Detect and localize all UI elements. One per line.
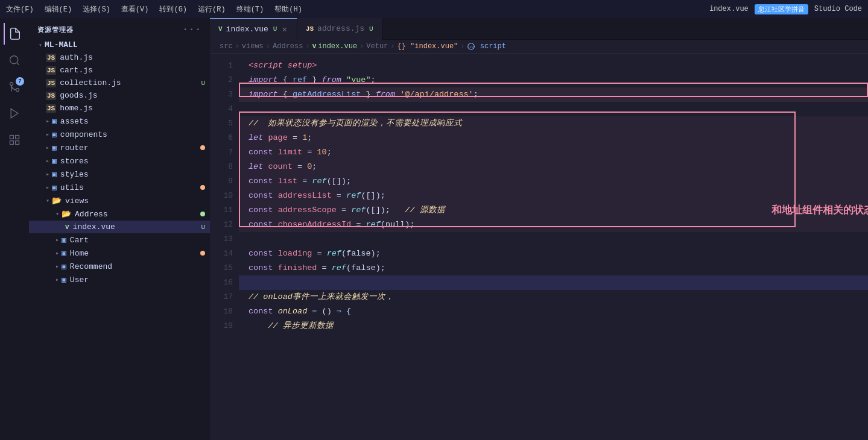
chevron-right-icon: ▸: [46, 144, 49, 151]
sidebar-item-cart[interactable]: JS cart.js: [29, 64, 210, 77]
folder-icon: ▣: [52, 169, 57, 179]
sidebar-item-home[interactable]: JS home.js: [29, 102, 210, 115]
sidebar-item-label: views: [65, 196, 89, 206]
sidebar-item-router[interactable]: ▸ ▣ router: [29, 141, 210, 154]
breadcrumb-json[interactable]: {} "index.vue": [398, 42, 458, 51]
sidebar-item-utils[interactable]: ▸ ▣ utils: [29, 181, 210, 194]
sidebar-item-home-folder[interactable]: ▸ ▣ Home: [29, 247, 210, 260]
breadcrumb-script[interactable]: </> script: [467, 42, 506, 51]
code-line-6: let page = 1;: [239, 131, 868, 145]
code-line-3: import { getAddressList } from '@/api/ad…: [239, 87, 868, 102]
vue-tab-icon: V: [218, 25, 223, 33]
svg-rect-7: [10, 141, 14, 145]
sidebar-item-styles[interactable]: ▸ ▣ styles: [29, 168, 210, 181]
sidebar-item-goods[interactable]: JS goods.js: [29, 89, 210, 102]
code-line-1: <script setup>: [239, 58, 868, 73]
tab-index-vue[interactable]: V index.vue U ✕: [210, 18, 297, 40]
code-editor[interactable]: 1 2 3 4 5 6 7 8 9 10 11 12 13 14 15 16 1…: [210, 54, 868, 440]
svg-point-2: [16, 89, 19, 92]
sidebar-item-label: Cart: [70, 236, 89, 245]
breadcrumb-vetur[interactable]: Vetur: [366, 42, 388, 51]
sidebar-item-assets[interactable]: ▸ ▣ assets: [29, 115, 210, 128]
activity-debug[interactable]: [4, 102, 25, 124]
breadcrumb-address[interactable]: Address: [273, 42, 303, 51]
sidebar-item-address[interactable]: ▾ 📂 Address: [29, 207, 210, 221]
activity-search[interactable]: [4, 49, 25, 71]
folder-icon: ▣: [52, 143, 57, 152]
chevron-down-icon: ▾: [55, 210, 59, 218]
svg-rect-5: [10, 136, 14, 139]
sidebar-item-label: stores: [60, 157, 89, 166]
breadcrumb-views[interactable]: views: [242, 42, 264, 51]
activity-files[interactable]: [4, 23, 25, 45]
menu-run[interactable]: 运行(R): [198, 4, 226, 14]
tab-address-js[interactable]: JS address.js U: [297, 18, 382, 40]
sidebar-item-label: styles: [60, 170, 89, 179]
activity-git[interactable]: 7: [4, 76, 25, 98]
tab-close-button[interactable]: ✕: [280, 24, 288, 34]
code-wrapper: <script setup> import { ref } from "vue"…: [239, 54, 868, 440]
app-name: Studio Code: [814, 5, 862, 13]
menu-bar[interactable]: 文件(F) 编辑(E) 选择(S) 查看(V) 转到(G) 运行(R) 终端(T…: [6, 4, 302, 14]
breadcrumb-sep: ›: [460, 42, 464, 51]
code-line-4: [239, 102, 868, 116]
sidebar-item-label: auth.js: [60, 53, 93, 62]
sidebar-item-components[interactable]: ▸ ▣ components: [29, 128, 210, 141]
sidebar-item-cart[interactable]: ▸ ▣ Cart: [29, 233, 210, 247]
vue-file-icon: V: [65, 224, 69, 231]
sidebar-item-views[interactable]: ▾ 📂 views: [29, 194, 210, 207]
sidebar-item-recommend[interactable]: ▸ ▣ Recommend: [29, 260, 210, 273]
menu-file[interactable]: 文件(F): [6, 4, 34, 14]
menu-select[interactable]: 选择(S): [83, 4, 110, 14]
breadcrumb-sep: ›: [360, 42, 364, 51]
breadcrumb-sep: ›: [266, 42, 270, 51]
code-line-15: const finished = ref(false);: [239, 261, 868, 275]
chevron-right-icon: ▸: [55, 276, 59, 283]
activity-bar: 7: [0, 18, 29, 440]
code-content[interactable]: <script setup> import { ref } from "vue"…: [239, 54, 868, 333]
sidebar-project-root[interactable]: ▾ ML-MALL: [29, 39, 210, 51]
chevron-right-icon: ▸: [46, 118, 49, 125]
code-line-11: const addressScope = ref([]); // 源数据: [239, 203, 868, 218]
js-file-icon: JS: [46, 79, 56, 87]
line-numbers: 1 2 3 4 5 6 7 8 9 10 11 12 13 14 15 16 1…: [210, 54, 239, 440]
input-method-badge: 忽江社区学拼音: [755, 4, 808, 14]
menu-edit[interactable]: 编辑(E): [45, 4, 72, 14]
code-line-16: [239, 275, 868, 290]
folder-icon: ▣: [62, 275, 66, 284]
folder-open-icon: 📂: [62, 209, 71, 219]
sidebar-more-button[interactable]: ···: [182, 24, 201, 35]
title-bar: 文件(F) 编辑(E) 选择(S) 查看(V) 转到(G) 运行(R) 终端(T…: [0, 0, 868, 18]
breadcrumb-vue-file[interactable]: Vindex.vue: [312, 42, 357, 51]
sidebar-item-user[interactable]: ▸ ▣ User: [29, 273, 210, 286]
code-line-13: [239, 232, 868, 247]
svg-text:</>: </>: [469, 45, 475, 49]
sidebar-item-label: Recommend: [70, 262, 112, 271]
sidebar-header: 资源管理器 ···: [29, 18, 210, 39]
menu-goto[interactable]: 转到(G): [159, 4, 187, 14]
sidebar-item-label: utils: [60, 183, 84, 192]
folder-icon: ▣: [62, 235, 66, 245]
svg-rect-8: [16, 141, 19, 145]
chevron-right-icon: ▸: [55, 250, 59, 257]
activity-extensions[interactable]: [4, 129, 25, 151]
sidebar-item-auth[interactable]: JS auth.js: [29, 51, 210, 64]
sidebar-item-label: components: [60, 130, 107, 139]
modified-indicator: [200, 185, 205, 190]
menu-terminal[interactable]: 终端(T): [236, 4, 264, 14]
folder-icon: ▣: [52, 183, 57, 192]
code-line-9: const list = ref([]);: [239, 174, 868, 189]
sidebar-item-stores[interactable]: ▸ ▣ stores: [29, 154, 210, 168]
sidebar-item-index-vue[interactable]: V index.vue U: [29, 221, 210, 233]
menu-view[interactable]: 查看(V): [121, 4, 149, 14]
code-line-12: const chosenAddressId = ref(null);: [239, 218, 868, 232]
sidebar-item-label: User: [70, 275, 89, 284]
sidebar-item-label: cart.js: [60, 66, 93, 75]
chevron-down-icon: ▾: [46, 197, 49, 204]
js-file-icon: JS: [46, 104, 56, 113]
breadcrumb-src[interactable]: src: [220, 42, 233, 51]
chevron-right-icon: ▸: [46, 131, 49, 138]
sidebar-item-label: Home: [70, 249, 89, 258]
menu-help[interactable]: 帮助(H): [274, 4, 302, 14]
sidebar-item-collection[interactable]: JS collection.js U: [29, 77, 210, 89]
